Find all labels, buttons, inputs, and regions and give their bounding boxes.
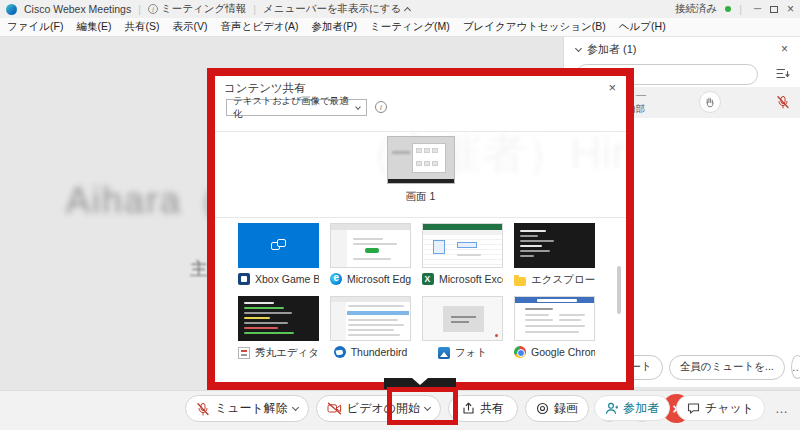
menu-file[interactable]: ファイル(F) <box>7 20 63 34</box>
share-app-edge[interactable]: Microsoft Edge <box>330 223 411 287</box>
camera-off-icon <box>327 402 342 415</box>
close-window-button[interactable]: × <box>787 3 794 15</box>
minimize-button[interactable]: ─ <box>754 4 761 14</box>
participants-toggle-button[interactable]: 参加者 <box>594 395 670 421</box>
menu-breakout[interactable]: ブレイクアウトセッション(B) <box>463 20 606 34</box>
participants-more-button[interactable]: … <box>791 355 800 379</box>
share-button[interactable]: 共有 <box>448 395 518 422</box>
xbox-thumbnail <box>238 223 319 268</box>
app-label: フォト <box>455 346 487 360</box>
app-title: Cisco Webex Meetings <box>24 3 131 15</box>
edge-icon <box>330 273 342 285</box>
webex-logo-icon <box>6 4 17 15</box>
menu-bar: ファイル(F) 編集(E) 共有(S) 表示(V) 音声とビデオ(A) 参加者(… <box>0 18 800 37</box>
info-icon[interactable]: i <box>375 101 387 113</box>
record-icon <box>536 402 549 415</box>
dash: — <box>636 89 646 100</box>
folder-icon <box>514 277 526 286</box>
dialog-pointer-notch <box>412 378 428 385</box>
app-label: Microsoft Edge <box>347 273 411 285</box>
app-label: Microsoft Excel <box>439 273 503 285</box>
share-label: 共有 <box>480 400 504 417</box>
chevron-down-icon[interactable] <box>424 404 431 411</box>
chat-icon <box>687 402 700 415</box>
record-button[interactable]: 録画 <box>525 395 589 422</box>
photos-thumbnail <box>422 296 503 341</box>
share-app-excel[interactable]: Microsoft Excel <box>422 223 503 287</box>
meeting-info-button[interactable]: i ミーティング情報 <box>148 2 246 16</box>
optimize-dropdown-value: テキストおよび画像で最適化 <box>233 95 356 121</box>
meeting-toolbar: ミュート解除 ビデオの開始 共有 録画 ☺ … × <box>0 390 800 430</box>
panels-more-button[interactable]: … <box>771 401 792 416</box>
chevron-up-icon <box>404 7 411 14</box>
share-app-explorer[interactable]: エクスプローラー(4) <box>514 223 595 287</box>
mic-off-icon <box>196 402 210 416</box>
start-video-button[interactable]: ビデオの開始 <box>316 395 441 422</box>
participants-header: 参加者 (1) <box>587 42 637 57</box>
edge-thumbnail <box>330 223 411 268</box>
start-video-label: ビデオの開始 <box>347 400 420 417</box>
unmute-label: ミュート解除 <box>215 400 288 417</box>
hidemaru-icon <box>238 347 250 359</box>
close-panel-button[interactable]: × <box>781 42 788 56</box>
menu-help[interactable]: ヘルプ(H) <box>619 20 666 34</box>
record-label: 録画 <box>554 400 578 417</box>
explorer-thumbnail <box>514 223 595 268</box>
hidemaru-thumbnail <box>238 296 319 341</box>
title-bar: Cisco Webex Meetings | i ミーティング情報 | メニュー… <box>0 0 800 18</box>
screen-1-thumbnail <box>387 136 455 184</box>
content-share-dialog: （主催者）Hiroshi コンテンツ共有 × テキストおよび画像で最適化 i 画… <box>207 68 634 390</box>
menu-share[interactable]: 共有(S) <box>124 20 159 34</box>
menu-audio-video[interactable]: 音声とビデオ(A) <box>220 20 298 34</box>
sort-participants-icon[interactable] <box>776 67 790 80</box>
chevron-down-icon[interactable] <box>575 44 582 51</box>
dialog-scrollbar[interactable] <box>617 266 621 314</box>
participants-icon <box>605 402 618 415</box>
share-app-hidemaru[interactable]: 秀丸エディタ : keio... <box>238 296 319 360</box>
close-dialog-button[interactable]: × <box>608 80 616 95</box>
chevron-down-icon[interactable] <box>292 404 299 411</box>
share-app-photos[interactable]: フォト <box>422 296 503 360</box>
unmute-button[interactable]: ミュート解除 <box>185 395 309 422</box>
share-screen-1[interactable]: 画面 1 <box>215 136 626 204</box>
separator: | <box>138 3 141 15</box>
divider <box>215 131 626 132</box>
info-icon: i <box>148 4 158 14</box>
share-app-xbox-game-bar[interactable]: Xbox Game Bar <box>238 223 319 287</box>
app-label: 秀丸エディタ : keio... <box>255 346 319 360</box>
participants-toggle-label: 参加者 <box>623 400 659 417</box>
chat-label: チャット <box>705 400 754 417</box>
app-label: エクスプローラー(4) <box>531 273 595 287</box>
thunderbird-thumbnail <box>330 296 411 341</box>
app-label: Google Chrome <box>531 346 595 358</box>
menu-edit[interactable]: 編集(E) <box>76 20 111 34</box>
photos-icon <box>438 347 450 359</box>
chrome-thumbnail <box>514 296 595 341</box>
menu-view[interactable]: 表示(V) <box>172 20 207 34</box>
excel-icon <box>422 273 434 285</box>
hide-menubar-label: メニューバーを非表示にする <box>263 2 401 16</box>
app-label: Thunderbird <box>351 346 408 358</box>
share-app-chrome[interactable]: Google Chrome <box>514 296 595 360</box>
chrome-icon <box>514 346 526 358</box>
participant-muted-mic-icon <box>776 95 790 109</box>
maximize-button[interactable] <box>770 6 778 13</box>
separator: | <box>739 3 742 15</box>
meeting-info-label: ミーティング情報 <box>161 2 246 16</box>
mute-all-button[interactable]: 全員のミュートを... <box>669 355 785 380</box>
connection-status: 接続済み <box>675 2 717 16</box>
menu-meeting[interactable]: ミーティング(M) <box>370 20 450 34</box>
share-icon <box>462 402 475 415</box>
thunderbird-icon <box>334 346 346 358</box>
xbox-icon <box>238 273 250 285</box>
share-app-thunderbird[interactable]: Thunderbird <box>330 296 411 360</box>
chat-button[interactable]: チャット <box>676 395 765 421</box>
raise-hand-button[interactable] <box>699 91 721 113</box>
app-label: Xbox Game Bar <box>255 273 319 285</box>
hide-menubar-button[interactable]: メニューバーを非表示にする <box>263 2 410 16</box>
separator: | <box>253 3 256 15</box>
connection-dot-icon <box>725 6 731 12</box>
menu-participants[interactable]: 参加者(P) <box>311 20 357 34</box>
excel-thumbnail <box>422 223 503 268</box>
optimize-dropdown[interactable]: テキストおよび画像で最適化 <box>226 99 367 116</box>
